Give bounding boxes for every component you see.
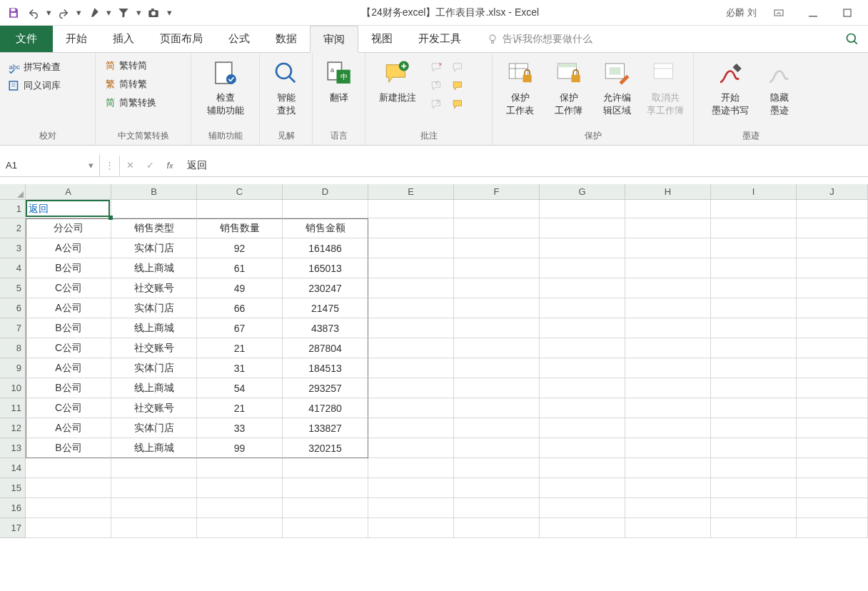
cell[interactable] (625, 358, 711, 378)
cell[interactable] (797, 518, 868, 538)
cell[interactable] (454, 318, 540, 338)
cell[interactable] (368, 278, 454, 298)
cell[interactable] (540, 298, 625, 318)
grid[interactable]: ABCDEFGHIJ 1234567891011121314151617 返回分… (0, 184, 868, 591)
undo-dropdown-icon[interactable]: ▾ (44, 4, 53, 22)
redo-dropdown-icon[interactable]: ▾ (74, 4, 83, 22)
show-ink-button[interactable] (450, 96, 467, 113)
cell[interactable] (197, 478, 283, 498)
cell[interactable] (454, 338, 540, 358)
col-header[interactable]: A (26, 184, 111, 199)
cell[interactable] (368, 298, 454, 318)
cell[interactable] (454, 218, 540, 238)
table-cell[interactable]: 99 (197, 438, 283, 458)
table-cell[interactable]: 54 (197, 378, 283, 398)
table-cell[interactable]: A公司 (26, 238, 111, 258)
table-cell[interactable]: B公司 (26, 378, 111, 398)
cell[interactable] (711, 338, 797, 358)
cell[interactable] (368, 318, 454, 338)
show-all-comments-button[interactable] (450, 77, 467, 94)
table-cell[interactable]: 实体门店 (111, 298, 197, 318)
cell[interactable] (283, 200, 368, 218)
cell[interactable] (368, 338, 454, 358)
cell[interactable] (283, 458, 368, 478)
table-cell[interactable]: A公司 (26, 418, 111, 438)
table-cell[interactable]: 66 (197, 298, 283, 318)
cell[interactable] (26, 458, 111, 478)
table-cell[interactable]: 21 (197, 338, 283, 358)
table-cell[interactable]: 线上商城 (111, 438, 197, 458)
cell[interactable] (625, 378, 711, 398)
camera-icon[interactable] (144, 4, 163, 22)
table-cell[interactable]: 21475 (283, 298, 368, 318)
table-cell[interactable]: A公司 (26, 298, 111, 318)
cell[interactable] (797, 358, 868, 378)
row-header[interactable]: 3 (0, 238, 25, 258)
cell[interactable] (454, 278, 540, 298)
cell[interactable] (368, 518, 454, 538)
cell[interactable] (26, 518, 111, 538)
table-cell[interactable]: 实体门店 (111, 238, 197, 258)
table-cell[interactable]: 417280 (283, 398, 368, 418)
cell[interactable] (540, 518, 625, 538)
col-header[interactable]: G (540, 184, 625, 199)
cell[interactable] (540, 358, 625, 378)
cell[interactable] (711, 398, 797, 418)
row-header[interactable]: 1 (0, 200, 25, 218)
cell[interactable] (625, 258, 711, 278)
row-header[interactable]: 15 (0, 478, 25, 498)
cell[interactable] (625, 478, 711, 498)
cell[interactable] (368, 478, 454, 498)
cell[interactable] (540, 458, 625, 478)
minimize-icon[interactable] (801, 4, 825, 22)
cell[interactable] (540, 498, 625, 518)
table-cell[interactable]: 61 (197, 258, 283, 278)
column-headers[interactable]: ABCDEFGHIJ (26, 184, 868, 200)
cell[interactable] (197, 200, 283, 218)
cell[interactable] (625, 458, 711, 478)
cell[interactable] (797, 258, 868, 278)
smart-lookup-button[interactable]: 智能查找 (266, 56, 306, 117)
cell-a1-link[interactable]: 返回 (26, 200, 111, 218)
protect-workbook-button[interactable]: 保护工作簿 (547, 56, 591, 117)
row-header[interactable]: 8 (0, 338, 25, 358)
cell[interactable] (711, 498, 797, 518)
tab-layout[interactable]: 页面布局 (147, 26, 216, 52)
cell[interactable] (540, 478, 625, 498)
cell[interactable] (625, 318, 711, 338)
spell-check-button[interactable]: abc拼写检查 (6, 59, 63, 76)
table-cell[interactable]: 33 (197, 418, 283, 438)
cell[interactable] (797, 438, 868, 458)
cell[interactable] (540, 238, 625, 258)
table-cell[interactable]: 92 (197, 238, 283, 258)
fx-icon[interactable]: fx (160, 156, 180, 176)
row-header[interactable]: 10 (0, 378, 25, 398)
cell[interactable] (797, 378, 868, 398)
cell[interactable] (111, 498, 197, 518)
cell[interactable] (625, 338, 711, 358)
table-cell[interactable]: B公司 (26, 438, 111, 458)
cell[interactable] (797, 218, 868, 238)
fbar-more-icon[interactable]: ⋮ (100, 156, 120, 176)
filter-dropdown-icon[interactable]: ▾ (134, 4, 143, 22)
row-header[interactable]: 2 (0, 218, 25, 238)
cell[interactable] (26, 498, 111, 518)
table-cell[interactable]: 社交账号 (111, 398, 197, 418)
table-cell[interactable]: C公司 (26, 278, 111, 298)
cell[interactable] (711, 358, 797, 378)
table-cell[interactable]: 165013 (283, 258, 368, 278)
cell[interactable] (197, 518, 283, 538)
cell[interactable] (711, 378, 797, 398)
cell[interactable] (368, 398, 454, 418)
trad-to-simp-button[interactable]: 繁简转繁 (101, 76, 158, 93)
table-cell[interactable]: 49 (197, 278, 283, 298)
cell[interactable] (454, 238, 540, 258)
table-cell[interactable]: 43873 (283, 318, 368, 338)
cell[interactable] (711, 438, 797, 458)
cell[interactable] (711, 418, 797, 438)
table-cell[interactable]: 293257 (283, 378, 368, 398)
cell[interactable] (454, 418, 540, 438)
tab-file[interactable]: 文件 (0, 26, 53, 52)
tell-me[interactable]: 告诉我你想要做什么 (474, 26, 592, 52)
simp-to-trad-button[interactable]: 简繁转简 (101, 57, 158, 74)
